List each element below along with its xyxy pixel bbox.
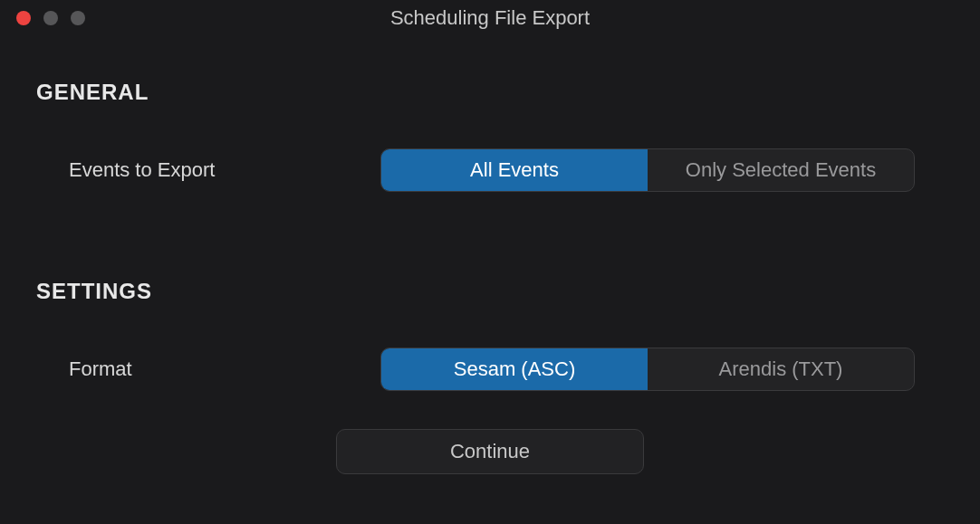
continue-button[interactable]: Continue — [336, 429, 644, 474]
events-to-export-segmented: All Events Only Selected Events — [380, 148, 915, 192]
segment-all-events[interactable]: All Events — [381, 149, 648, 191]
segment-only-selected-events[interactable]: Only Selected Events — [648, 149, 914, 191]
window-titlebar: Scheduling File Export — [0, 0, 980, 36]
events-to-export-label: Events to Export — [36, 158, 380, 182]
segment-format-arendis[interactable]: Arendis (TXT) — [648, 348, 914, 390]
format-label: Format — [36, 357, 380, 381]
format-row: Format Sesam (ASC) Arendis (TXT) — [36, 348, 944, 391]
window-title: Scheduling File Export — [390, 6, 590, 30]
segment-format-sesam[interactable]: Sesam (ASC) — [381, 348, 648, 390]
window-close-button[interactable] — [16, 11, 31, 25]
section-heading-settings: SETTINGS — [36, 279, 944, 304]
events-to-export-row: Events to Export All Events Only Selecte… — [36, 148, 944, 192]
section-heading-general: GENERAL — [36, 80, 944, 105]
dialog-actions: Continue — [36, 429, 944, 474]
dialog-content: GENERAL Events to Export All Events Only… — [0, 36, 980, 474]
traffic-lights — [0, 11, 85, 25]
window-minimize-button[interactable] — [43, 11, 58, 25]
format-segmented: Sesam (ASC) Arendis (TXT) — [380, 348, 915, 391]
window-maximize-button[interactable] — [71, 11, 85, 25]
